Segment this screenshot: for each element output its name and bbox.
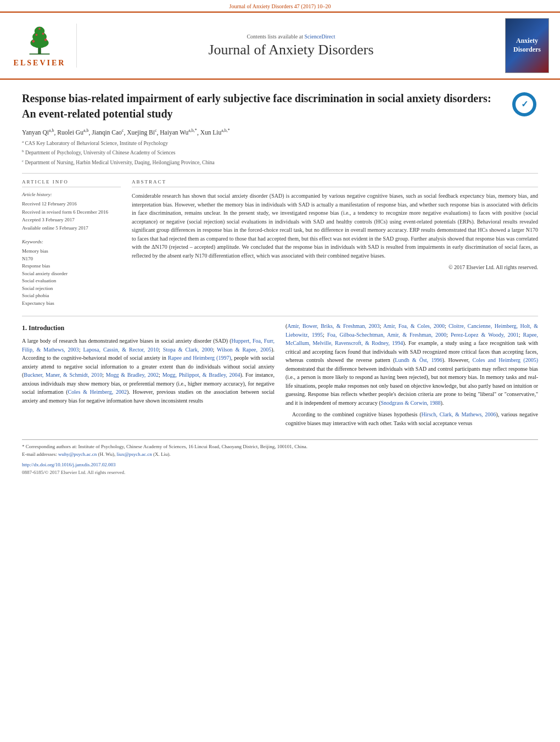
- author-haiyan: Haiyan Wu: [160, 129, 188, 136]
- svg-rect-1: [30, 53, 50, 54]
- article-info-col: ARTICLE INFO Article history: Received 1…: [22, 179, 121, 307]
- corresponding-note: * Corresponding authors at: Institute of…: [22, 443, 538, 451]
- abstract-text: Considerable research has shown that soc…: [132, 192, 538, 260]
- svg-text:✓: ✓: [521, 99, 528, 109]
- body-content: 1. Introduction A large body of research…: [22, 322, 538, 431]
- journal-title-center: Contents lists available at ScienceDirec…: [82, 34, 500, 58]
- journal-main-title: Journal of Anxiety Disorders: [82, 42, 500, 58]
- ref-rapee-heimberg[interactable]: Rapee and Heimberg (1997): [168, 355, 231, 361]
- main-content: Response bias-related impairment of earl…: [0, 80, 560, 487]
- keyword-5: Social evaluation: [22, 277, 121, 285]
- email-1-link[interactable]: wuhy@psych.ac.cn: [58, 451, 97, 457]
- ref-foa[interactable]: Foa, Gilboa-Schechtman, Amir, & Freshman…: [327, 332, 446, 338]
- keyword-7: Social phobia: [22, 292, 121, 300]
- ref-coles-heimberg[interactable]: Coles & Heimberg, 2002: [68, 389, 127, 395]
- body-left-col: 1. Introduction A large body of research…: [22, 322, 275, 431]
- article-info-abstract: ARTICLE INFO Article history: Received 1…: [22, 179, 538, 307]
- ref-stopa[interactable]: Stopa & Clark, 2000: [163, 347, 213, 353]
- intro-title: 1. Introduction: [22, 324, 275, 332]
- accepted-date: Accepted 3 February 2017: [22, 216, 121, 224]
- elsevier-logo: ELSEVIER: [11, 24, 77, 68]
- received-date: Received 12 February 2016: [22, 200, 121, 208]
- keyword-1: Memory bias: [22, 248, 121, 255]
- keyword-2: N170: [22, 255, 121, 263]
- svg-point-7: [36, 34, 38, 36]
- author-ruolei: Ruolei Gu: [57, 129, 83, 136]
- abstract-col: ABSTRACT Considerable research has shown…: [132, 179, 538, 307]
- email-note: E-mail addresses: wuhy@psych.ac.cn (H. W…: [22, 451, 538, 459]
- footnote-section: * Corresponding authors at: Institute of…: [22, 439, 538, 476]
- body-right-col: (Amir, Bower, Briks, & Freshman, 2003; A…: [285, 322, 538, 431]
- ref-laposa[interactable]: Laposa, Cassin, & Rector, 2010: [83, 347, 159, 353]
- email-2-link[interactable]: liux@psych.ac.cn: [116, 451, 152, 457]
- ref-mogg-bradley[interactable]: Mogg & Bradley, 2002: [106, 372, 159, 378]
- elsevier-label: ELSEVIER: [14, 59, 66, 68]
- doi-line: http://dx.doi.org/10.1016/j.janxdis.2017…: [22, 461, 538, 469]
- keyword-8: Expectancy bias: [22, 300, 121, 308]
- affiliations: a CAS Key Laboratory of Behavioral Scien…: [22, 139, 538, 166]
- svg-point-8: [42, 33, 44, 35]
- body-left-text: A large body of research has demonstrate…: [22, 337, 275, 405]
- svg-point-9: [38, 27, 41, 30]
- elsevier-tree-icon: [18, 24, 61, 57]
- ref-hirsch[interactable]: Hirsch, Clark, & Mathews, 2006: [422, 411, 496, 417]
- affil-b: b Department of Psychology, University o…: [22, 148, 538, 157]
- svg-point-5: [32, 40, 35, 43]
- keywords-label: Keywords:: [22, 239, 121, 244]
- available-date: Available online 5 February 2017: [22, 225, 121, 232]
- author-jianqin: Jianqin Cao: [92, 129, 122, 136]
- author-xuejing: Xuejing Bi: [127, 129, 155, 136]
- author-yanyan: Yanyan Qi: [22, 129, 49, 136]
- keyword-6: Social rejection: [22, 285, 121, 293]
- journal-cover: Anxiety Disorders: [505, 18, 549, 73]
- authors-line: Yanyan Qia,b, Ruolei Gua,b, Jianqin Caoc…: [22, 128, 538, 136]
- ref-amir-bower[interactable]: Amir, Bower, Briks, & Freshman, 2003: [287, 323, 379, 329]
- author-xun: Xun Liu: [200, 129, 222, 136]
- ref-amir-foa[interactable]: Amir, Foa, & Coles, 2000: [383, 323, 445, 329]
- keyword-4: Social anxiety disorder: [22, 270, 121, 278]
- affil-a: a CAS Key Laboratory of Behavioral Scien…: [22, 139, 538, 147]
- ref-perez[interactable]: Perez-Lopez & Woody, 2001: [451, 332, 519, 338]
- ref-mogg-philippot[interactable]: Mogg, Philippot, & Bradley, 2004: [163, 372, 240, 378]
- article-title-section: Response bias-related impairment of earl…: [22, 91, 538, 121]
- divider-1: [22, 173, 538, 174]
- copyright-notice: © 2017 Elsevier Ltd. All rights reserved…: [132, 264, 538, 270]
- sciencedirect-link[interactable]: ScienceDirect: [304, 34, 335, 40]
- body-right-text: (Amir, Bower, Briks, & Freshman, 2003; A…: [285, 322, 538, 427]
- contents-line: Contents lists available at ScienceDirec…: [82, 34, 500, 40]
- journal-header: ELSEVIER Contents lists available at Sci…: [0, 12, 560, 80]
- crossmark-icon[interactable]: ✓: [511, 91, 538, 118]
- article-info-header: ARTICLE INFO: [22, 179, 121, 187]
- abstract-header: ABSTRACT: [132, 179, 538, 187]
- ref-coles-heimberg-2005[interactable]: Coles and Heimberg (2005): [473, 357, 538, 363]
- divider-2: [22, 316, 538, 316]
- svg-point-6: [44, 38, 47, 41]
- rights-line: 0887-6185/© 2017 Elsevier Ltd. All right…: [22, 469, 538, 477]
- article-history-label: Article history:: [22, 192, 121, 197]
- doi-link[interactable]: http://dx.doi.org/10.1016/j.janxdis.2017…: [22, 462, 116, 467]
- top-bar: Journal of Anxiety Disorders 47 (2017) 1…: [0, 0, 560, 12]
- journal-cover-title: Anxiety Disorders: [513, 37, 541, 54]
- ref-buckner[interactable]: Buckner, Maner, & Schmidt, 2010: [24, 372, 102, 378]
- ref-lundh[interactable]: Lundh & Öst, 1996: [395, 357, 442, 363]
- journal-citation: Journal of Anxiety Disorders 47 (2017) 1…: [229, 3, 331, 9]
- received-revised-date: Received in revised form 6 December 2016: [22, 209, 121, 216]
- article-title: Response bias-related impairment of earl…: [22, 91, 500, 121]
- ref-snodgrass[interactable]: Snodgrass & Corwin, 1988: [381, 400, 441, 406]
- keyword-3: Response bias: [22, 263, 121, 270]
- ref-wilson[interactable]: Wilson & Rapee, 2005: [217, 347, 271, 353]
- affil-c: c Department of Nursing, Harbin Medical …: [22, 158, 538, 166]
